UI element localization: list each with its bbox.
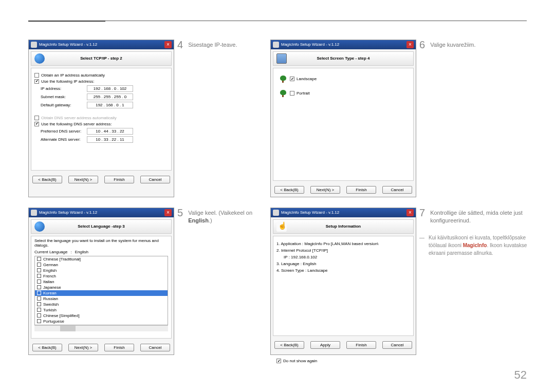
step-number: 7 bbox=[419, 208, 425, 225]
language-item[interactable]: Italian bbox=[35, 279, 168, 285]
globe-icon bbox=[34, 53, 45, 64]
globe-icon bbox=[34, 221, 45, 232]
checkbox-noshow[interactable] bbox=[276, 359, 281, 363]
finish-button[interactable]: Finish bbox=[346, 186, 376, 194]
language-label: French bbox=[43, 274, 56, 278]
back-button[interactable]: < Back(B) bbox=[274, 341, 304, 349]
language-label: Chinese [Simplified] bbox=[43, 313, 80, 318]
step-header: Select Language -step 3 bbox=[31, 219, 172, 234]
language-label: Turkish bbox=[43, 308, 57, 312]
window-title: MagicInfo Setup Wizard - v.1.12 bbox=[281, 210, 339, 215]
checkbox-icon bbox=[37, 263, 41, 267]
apply-button[interactable]: Apply bbox=[310, 341, 340, 349]
language-item[interactable]: German bbox=[35, 262, 168, 268]
language-label: Chinese [Traditional] bbox=[43, 257, 81, 262]
checkbox-icon bbox=[37, 268, 41, 272]
finish-button[interactable]: Finish bbox=[104, 344, 134, 351]
close-icon[interactable]: × bbox=[164, 209, 172, 216]
language-item[interactable]: Turkish bbox=[35, 307, 168, 313]
scrollbar-horizontal[interactable] bbox=[34, 325, 168, 331]
language-item[interactable]: Swedish bbox=[35, 302, 168, 307]
step-text: Sisestage IP-teave. bbox=[188, 40, 237, 197]
cancel-button[interactable]: Cancel bbox=[382, 341, 412, 349]
window-language: MagicInfo Setup Wizard - v.1.12 × Select… bbox=[28, 208, 174, 355]
step-number: 5 bbox=[177, 208, 183, 355]
language-item[interactable]: Chinese [Traditional] bbox=[35, 256, 168, 262]
checkbox-use-ip[interactable] bbox=[34, 79, 39, 84]
titlebar[interactable]: MagicInfo Setup Wizard - v.1.12 × bbox=[271, 208, 416, 217]
language-item[interactable]: French bbox=[35, 273, 168, 279]
language-item[interactable]: Japanese bbox=[35, 285, 168, 290]
hand-pointer-icon bbox=[276, 221, 287, 232]
alt-dns-field[interactable]: 10 . 33 . 22 . 11 bbox=[87, 136, 133, 143]
language-item[interactable]: English bbox=[35, 268, 168, 273]
page-number: 52 bbox=[514, 368, 527, 382]
label-landscape: Landscape bbox=[297, 77, 317, 81]
cancel-button[interactable]: Cancel bbox=[382, 186, 412, 194]
checkbox-landscape[interactable] bbox=[290, 77, 294, 81]
step-header: Setup Information bbox=[273, 219, 414, 234]
checkbox-icon bbox=[37, 285, 41, 289]
checkbox-auto-ip[interactable] bbox=[34, 73, 39, 78]
close-icon[interactable]: × bbox=[164, 41, 172, 48]
label-alt-dns: Alternate DNS server: bbox=[41, 137, 87, 142]
info-ip-label: IP : bbox=[284, 255, 290, 259]
pref-dns-field[interactable]: 10 . 44 . 33 . 22 bbox=[87, 128, 133, 135]
label-portrait: Portrait bbox=[297, 91, 310, 96]
step-text: Valige kuvarežiim. bbox=[430, 40, 475, 197]
app-icon bbox=[273, 210, 279, 216]
label-ip: IP address: bbox=[41, 86, 87, 91]
step-header: Select TCP/IP - step 2 bbox=[31, 51, 172, 66]
next-button[interactable]: Next(N) > bbox=[68, 176, 98, 183]
label-auto-dns: Obtain DNS server address automatically bbox=[41, 116, 117, 120]
checkbox-use-dns[interactable] bbox=[34, 122, 39, 126]
app-icon bbox=[31, 42, 37, 48]
step-text: Kontrollige üle sätted, mida olete just … bbox=[430, 208, 532, 225]
tree-landscape-icon bbox=[280, 76, 287, 83]
checkbox-icon bbox=[37, 274, 41, 278]
window-title: MagicInfo Setup Wizard - v.1.12 bbox=[39, 210, 97, 215]
language-label: Russian bbox=[43, 296, 58, 301]
checkbox-icon bbox=[37, 308, 41, 312]
checkbox-portrait[interactable] bbox=[290, 91, 294, 96]
titlebar[interactable]: MagicInfo Setup Wizard - v.1.12 × bbox=[271, 40, 416, 49]
back-button[interactable]: < Back(B) bbox=[32, 344, 62, 351]
cancel-button[interactable]: Cancel bbox=[140, 176, 170, 183]
back-button[interactable]: < Back(B) bbox=[274, 186, 304, 194]
window-setup-info: MagicInfo Setup Wizard - v.1.12 × Setup … bbox=[270, 208, 416, 355]
language-list[interactable]: Chinese [Traditional]GermanEnglishFrench… bbox=[34, 256, 168, 325]
label-subnet: Subnet mask: bbox=[41, 95, 87, 99]
step-7: 7 Kontrollige üle sätted, mida olete jus… bbox=[419, 208, 532, 225]
step-6: 6 Valige kuvarežiim. bbox=[419, 40, 532, 197]
checkbox-auto-dns bbox=[34, 116, 39, 120]
window-tcpip: MagicInfo Setup Wizard - v.1.12 × Select… bbox=[28, 40, 174, 197]
lang-description: Select the language you want to install … bbox=[34, 238, 168, 248]
close-icon[interactable]: × bbox=[406, 41, 414, 48]
monitor-icon bbox=[276, 53, 287, 64]
language-item[interactable]: Korean bbox=[35, 290, 168, 296]
step-7-block: 7 Kontrollige üle sätted, mida olete jus… bbox=[419, 208, 532, 355]
next-button[interactable]: Next(N) > bbox=[68, 344, 98, 351]
cancel-button[interactable]: Cancel bbox=[140, 344, 170, 351]
checkbox-icon bbox=[37, 319, 41, 323]
checkbox-icon bbox=[37, 302, 41, 306]
language-item[interactable]: Portuguese bbox=[35, 319, 168, 324]
finish-button[interactable]: Finish bbox=[104, 176, 134, 183]
ip-field[interactable]: 192 . 168 . 0 . 102 bbox=[87, 85, 133, 92]
finish-button[interactable]: Finish bbox=[346, 341, 376, 349]
app-icon bbox=[31, 210, 37, 216]
language-item[interactable]: Russian bbox=[35, 296, 168, 302]
gateway-field[interactable]: 192 . 168 . 0 . 1 bbox=[87, 102, 133, 108]
titlebar[interactable]: MagicInfo Setup Wizard - v.1.12 × bbox=[29, 208, 174, 217]
titlebar[interactable]: MagicInfo Setup Wizard - v.1.12 × bbox=[29, 40, 174, 49]
next-button[interactable]: Next(N) > bbox=[310, 186, 340, 194]
checkbox-icon bbox=[37, 296, 41, 301]
step-4: 4 Sisestage IP-teave. bbox=[177, 40, 267, 197]
tree-portrait-icon bbox=[280, 90, 287, 97]
subnet-field[interactable]: 255 . 255 . 255 . 0 bbox=[87, 94, 133, 100]
language-label: Italian bbox=[43, 279, 54, 284]
close-icon[interactable]: × bbox=[406, 209, 414, 216]
language-item[interactable]: Chinese [Simplified] bbox=[35, 313, 168, 319]
checkbox-icon bbox=[37, 279, 41, 284]
back-button[interactable]: < Back(B) bbox=[32, 176, 62, 183]
